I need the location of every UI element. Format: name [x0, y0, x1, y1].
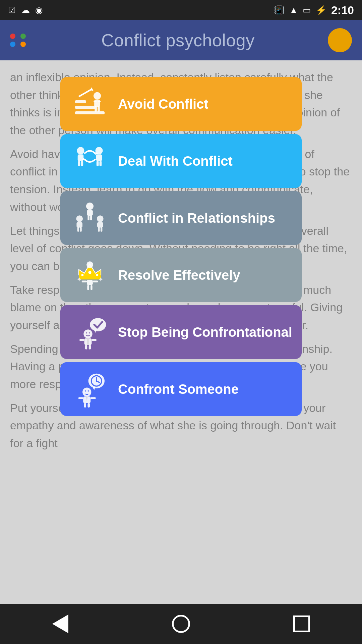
app-header: Conflict psychology	[0, 20, 362, 60]
home-icon	[172, 615, 190, 633]
menu-card-avoid-conflict[interactable]: Avoid Conflict	[60, 77, 302, 131]
resolve-effectively-icon: ✦ ✦	[70, 255, 110, 295]
svg-rect-51	[92, 339, 97, 341]
menu-card-conflict-in-relationships[interactable]: Conflict in Relationships	[60, 191, 302, 245]
dot-red	[10, 34, 15, 39]
svg-rect-12	[78, 154, 84, 161]
svg-rect-14	[81, 161, 83, 166]
dot-green	[20, 34, 26, 39]
avatar[interactable]	[328, 28, 352, 52]
svg-rect-16	[96, 154, 102, 161]
svg-point-5	[94, 92, 101, 100]
menu-card-stop-being-confrontational[interactable]: Stop Being Confrontational	[60, 305, 302, 359]
svg-rect-41	[90, 285, 93, 290]
svg-rect-43	[93, 281, 98, 283]
svg-rect-6	[94, 100, 100, 107]
svg-rect-8	[98, 101, 101, 102]
resolve-effectively-label: Resolve Effectively	[118, 268, 292, 283]
svg-rect-0	[75, 111, 105, 114]
svg-rect-9	[95, 106, 97, 112]
status-bar: ☑ ☁ ◉ 📳 ▲ ▭ ⚡ 2:10	[0, 0, 362, 20]
svg-rect-52	[87, 338, 88, 345]
status-bar-right: 📳 ▲ ▭ ⚡ 2:10	[274, 4, 354, 17]
svg-rect-13	[78, 161, 80, 166]
avoid-conflict-label: Avoid Conflict	[118, 97, 292, 112]
cloud-icon: ☁	[21, 5, 30, 15]
svg-line-3	[79, 89, 92, 97]
svg-rect-25	[77, 227, 79, 232]
svg-point-63	[96, 380, 97, 382]
back-icon	[52, 614, 68, 633]
svg-point-53	[90, 318, 106, 331]
svg-rect-32	[90, 216, 92, 220]
svg-point-46	[83, 329, 92, 338]
dot-blue	[10, 42, 15, 47]
nav-bar	[0, 604, 362, 644]
stop-being-confrontational-icon	[70, 312, 110, 352]
svg-point-64	[82, 388, 91, 396]
svg-rect-42	[82, 281, 87, 283]
status-time: 2:10	[331, 4, 354, 17]
svg-point-11	[77, 147, 84, 154]
circle-icon: ◉	[35, 5, 43, 15]
recents-icon	[293, 615, 310, 632]
confront-someone-label: Confront Someone	[118, 382, 292, 397]
svg-rect-30	[101, 227, 103, 232]
deal-with-conflict-label: Deal With Conflict	[118, 154, 292, 169]
svg-rect-26	[80, 227, 82, 232]
svg-rect-68	[78, 397, 83, 399]
svg-rect-49	[89, 345, 91, 350]
menu-cards-container: Avoid Conflict Dea	[60, 77, 302, 419]
svg-rect-70	[87, 403, 90, 408]
svg-rect-10	[98, 106, 100, 112]
svg-rect-48	[85, 345, 87, 350]
dot-orange	[20, 42, 26, 47]
svg-rect-2	[75, 100, 86, 103]
status-bar-left: ☑ ☁ ◉	[8, 5, 43, 15]
svg-point-71	[85, 390, 86, 391]
svg-rect-24	[76, 222, 82, 228]
svg-rect-18	[100, 161, 102, 166]
back-button[interactable]	[47, 610, 74, 637]
battery-icon: ⚡	[316, 5, 326, 15]
confront-someone-icon	[70, 369, 110, 409]
home-button[interactable]	[168, 610, 194, 637]
svg-rect-7	[94, 101, 97, 102]
stop-being-confrontational-label: Stop Being Confrontational	[118, 325, 292, 340]
vibrate-icon: 📳	[274, 5, 285, 15]
svg-rect-50	[79, 339, 84, 341]
svg-point-56	[86, 332, 87, 333]
svg-point-35	[88, 271, 92, 274]
menu-card-deal-with-conflict[interactable]: Deal With Conflict	[60, 134, 302, 188]
page-title: Conflict psychology	[101, 30, 255, 50]
svg-text:✦: ✦	[76, 276, 82, 283]
wifi-icon: ▲	[289, 5, 298, 15]
menu-card-resolve-effectively[interactable]: ✦ ✦ Resolve Effectively	[60, 248, 302, 302]
svg-point-57	[89, 332, 90, 333]
svg-point-21	[86, 203, 94, 210]
signal-icon: ▭	[303, 5, 311, 15]
svg-rect-39	[87, 280, 93, 285]
recents-button[interactable]	[288, 610, 315, 637]
avoid-conflict-icon	[70, 84, 110, 124]
svg-rect-22	[87, 210, 93, 216]
checkbox-icon: ☑	[8, 5, 16, 15]
svg-point-23	[76, 215, 83, 222]
svg-rect-17	[97, 161, 99, 166]
svg-point-27	[97, 215, 104, 222]
svg-text:✦: ✦	[98, 276, 104, 283]
svg-point-72	[87, 390, 89, 391]
conflict-in-relationships-label: Conflict in Relationships	[118, 211, 292, 226]
svg-rect-29	[98, 227, 100, 232]
conflict-in-relationships-icon	[70, 198, 110, 238]
svg-rect-69	[84, 403, 86, 408]
menu-card-confront-someone[interactable]: Confront Someone	[60, 362, 302, 416]
svg-rect-1	[75, 106, 96, 109]
deal-with-conflict-icon	[70, 141, 110, 181]
svg-rect-67	[90, 397, 96, 399]
header-dots-grid	[10, 34, 28, 47]
svg-rect-40	[87, 285, 89, 290]
svg-rect-31	[87, 216, 89, 220]
svg-point-38	[86, 261, 93, 268]
svg-rect-28	[97, 222, 103, 228]
